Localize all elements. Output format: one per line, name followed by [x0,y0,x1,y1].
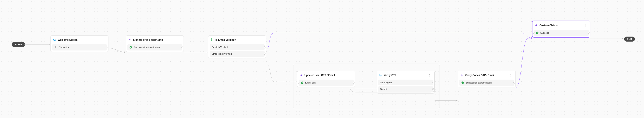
node-title: Verify OTP [384,74,426,77]
edge-emailsent-verifyotp [355,82,378,92]
outcome-email-verified[interactable]: Email is Verified [210,44,265,50]
edge-start-welcome [24,44,51,48]
outcome-label: Submit [380,88,387,90]
edge-customclaims-end [590,37,625,41]
node-title: Welcome Screen [58,38,100,41]
output-port[interactable] [264,46,266,48]
success-icon [536,31,539,34]
output-port[interactable] [432,88,434,90]
fingerprint-icon [54,46,57,49]
bolt-icon [535,24,538,27]
node-signup-webauthn[interactable]: Sign Up or In / WebAuthn ⋮ Successful au… [126,35,184,52]
svg-point-6 [213,39,213,39]
edge-welcome-signup [108,47,127,51]
outcome-send-again[interactable]: Send again [378,80,433,85]
kebab-menu-icon[interactable]: ⋮ [176,38,181,41]
node-verify-otp[interactable]: Verify OTP ⋮ Send again Submit [377,71,434,93]
outcome-label: Email is not Verified [212,52,232,55]
bolt-icon [128,38,132,41]
output-port[interactable] [264,53,266,55]
success-icon [129,46,132,49]
bolt-icon [300,74,303,77]
edge-submit-verifycode [434,99,459,103]
outcome-email-not-verified[interactable]: Email is not Verified [210,51,265,57]
end-label: END [627,38,632,40]
end-pill: END [624,37,635,41]
node-welcome-screen[interactable]: Welcome Screen ⋮ Biometrics [50,35,108,52]
output-port[interactable] [182,46,183,48]
node-title: Is Email Verified? [216,38,257,41]
output-port[interactable] [106,46,108,48]
kebab-menu-icon[interactable]: ⋮ [508,74,513,77]
success-icon [301,81,304,84]
node-title: Update User / OTP / Email [304,74,346,77]
svg-rect-8 [380,74,382,76]
node-update-user-otp[interactable]: Update User / OTP / Email ⋮ Email Sent [297,71,355,87]
node-title: Verify Code / OTP / Email [465,74,507,77]
outcome-label: Biometrics [58,46,69,49]
outcome-biometrics[interactable]: Biometrics [52,44,107,50]
outcome-email-sent[interactable]: Email Sent [298,80,354,86]
kebab-menu-icon[interactable]: ⋮ [427,74,432,77]
input-port[interactable] [298,82,300,84]
outcome-label: Success [540,32,549,34]
output-port[interactable] [588,32,590,34]
branch-icon [211,38,214,41]
node-email-verified[interactable]: Is Email Verified? ⋮ Email is Verified E… [208,35,266,58]
output-port[interactable] [514,82,515,84]
node-title: Custom Claims [540,24,581,27]
output-port[interactable] [432,82,434,83]
node-custom-claims[interactable]: Custom Claims ⋮ Success [532,21,590,37]
success-icon [461,81,464,84]
start-label: START [14,43,22,46]
node-verify-code[interactable]: Verify Code / OTP / Email ⋮ Successful a… [458,71,516,87]
start-pill: START [12,42,25,47]
outcome-label: Send again [380,81,392,84]
svg-rect-0 [54,39,56,40]
kebab-menu-icon[interactable]: ⋮ [583,24,588,27]
edge-verified-customclaims [266,31,534,54]
edge-signup-emailverified [184,51,208,55]
node-title: Sign Up or In / WebAuthn [133,38,175,41]
outcome-label: Successful authentication [134,46,160,49]
bolt-icon [460,74,463,77]
svg-point-4 [211,40,212,41]
outcome-submit[interactable]: Submit [378,86,433,92]
kebab-menu-icon[interactable]: ⋮ [101,38,106,41]
outcome-label: Successful authentication [466,81,492,84]
kebab-menu-icon[interactable]: ⋮ [259,38,264,41]
kebab-menu-icon[interactable]: ⋮ [348,74,352,77]
outcome-label: Email is Verified [212,46,228,48]
outcome-successful-auth[interactable]: Successful authentication [127,44,182,50]
outcome-successful-auth[interactable]: Successful authentication [459,80,514,86]
screen-icon [53,38,56,41]
edge-notverified-updateuser [266,61,298,86]
outcome-success[interactable]: Success [534,30,589,36]
edge-verifycode-customclaims [516,37,534,91]
input-port[interactable] [533,32,534,34]
output-port[interactable] [353,82,354,84]
screen-icon [379,74,382,77]
outcome-label: Email Sent [305,81,316,84]
